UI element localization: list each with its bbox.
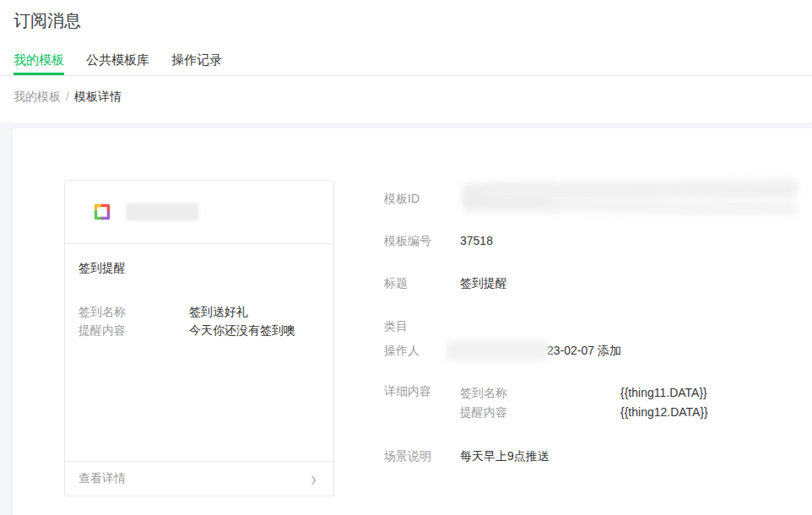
tab-operation-log[interactable]: 操作记录 [171, 52, 222, 75]
tab-bar: 我的模板 公共模板库 操作记录 [0, 52, 812, 76]
detail-row-category: 类目 [384, 318, 460, 333]
breadcrumb-parent-link[interactable]: 我的模板 [14, 89, 61, 103]
detail-label: 详细内容 [384, 383, 460, 422]
detail-label: 类目 [384, 318, 460, 333]
redacted-app-name [126, 203, 198, 220]
redacted-template-id-blob [462, 184, 556, 211]
tab-my-templates[interactable]: 我的模板 [14, 52, 64, 75]
tab-public-template-library[interactable]: 公共模板库 [86, 52, 149, 75]
breadcrumb: 我的模板/模板详情 [0, 76, 812, 122]
card-template-title: 签到提醒 [78, 258, 320, 277]
template-detail-panel: 签到提醒 签到名称 签到送好礼 提醒内容 今天你还没有签到噢 查看详情 › [13, 128, 812, 515]
detail-label: 操作人 [384, 343, 460, 358]
operator-date-text: 23-02-07 添加 [547, 344, 621, 357]
card-field-label: 签到名称 [78, 302, 189, 321]
detail-value-title: 签到提醒 [460, 275, 507, 290]
detail-value-scene: 每天早上9点推送 [460, 448, 549, 464]
param-value: {{thing11.DATA}} [620, 383, 707, 403]
view-details-button[interactable]: 查看详情 › [65, 461, 333, 496]
card-field-value: 签到送好礼 [189, 302, 248, 321]
view-details-label: 查看详情 [78, 471, 126, 486]
detail-label: 模板编号 [384, 233, 460, 248]
template-param-row: 提醒内容 {{thing12.DATA}} [460, 403, 708, 422]
detail-label: 场景说明 [384, 448, 460, 464]
page-header: 订阅消息 我的模板 公共模板库 操作记录 我的模板/模板详情 [0, 0, 812, 122]
detail-row-scene: 场景说明 每天早上9点推送 [384, 448, 549, 464]
detail-label: 模板ID [384, 191, 460, 206]
content-background: 签到提醒 签到名称 签到送好礼 提醒内容 今天你还没有签到噢 查看详情 › [0, 122, 812, 515]
detail-value-operator: 23-02-07 添加 [460, 343, 621, 358]
template-param-row: 签到名称 {{thing11.DATA}} [460, 383, 708, 403]
detail-row-title: 标题 签到提醒 [384, 275, 507, 290]
card-field-value: 今天你还没有签到噢 [189, 321, 295, 339]
page-title: 订阅消息 [0, 0, 812, 32]
card-fields: 签到名称 签到送好礼 提醒内容 今天你还没有签到噢 [78, 302, 320, 339]
detail-label: 标题 [384, 275, 460, 290]
card-header [65, 181, 333, 244]
card-field-row: 签到名称 签到送好礼 [78, 302, 320, 321]
detail-value-content: 签到名称 {{thing11.DATA}} 提醒内容 {{thing12.DAT… [460, 383, 708, 422]
detail-row-template-id: 模板ID [384, 191, 460, 206]
param-value: {{thing12.DATA}} [620, 403, 708, 422]
chevron-right-icon: › [311, 469, 317, 490]
card-body: 签到提醒 签到名称 签到送好礼 提醒内容 今天你还没有签到噢 [65, 258, 333, 339]
redacted-template-id-blob [546, 199, 798, 215]
detail-row-content: 详细内容 签到名称 {{thing11.DATA}} 提醒内容 {{thing1… [384, 383, 708, 422]
template-preview-card: 签到提醒 签到名称 签到送好礼 提醒内容 今天你还没有签到噢 查看详情 › [64, 180, 334, 496]
card-field-row: 提醒内容 今天你还没有签到噢 [78, 321, 320, 339]
param-name: 签到名称 [460, 383, 620, 403]
detail-row-template-no: 模板编号 37518 [384, 233, 493, 248]
breadcrumb-separator: / [66, 89, 69, 103]
colorful-pinwheel-logo-icon [90, 200, 114, 224]
redacted-template-id-blob [482, 179, 798, 202]
detail-value-template-no: 37518 [460, 233, 493, 248]
detail-row-operator: 操作人 23-02-07 添加 [384, 343, 621, 358]
param-name: 提醒内容 [460, 403, 620, 422]
breadcrumb-current: 模板详情 [74, 89, 122, 103]
card-field-label: 提醒内容 [78, 321, 189, 339]
